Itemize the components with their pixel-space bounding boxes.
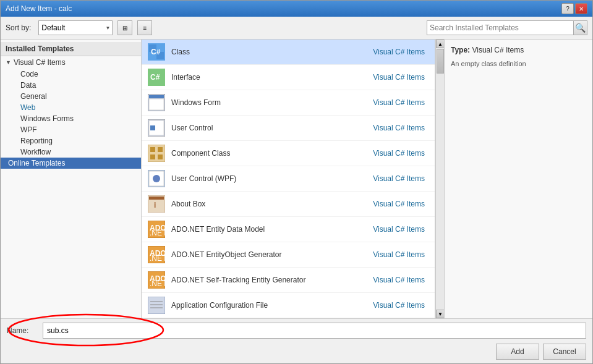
template-row[interactable]: User Control Visual C# Items bbox=[142, 116, 435, 141]
sidebar-item-code[interactable]: Code bbox=[1, 69, 141, 80]
template-row[interactable]: C# Class Visual C# Items bbox=[142, 40, 435, 65]
template-name: ADO.NET Self-Tracking Entity Generator bbox=[171, 276, 363, 284]
windows-form-icon bbox=[147, 93, 166, 112]
svg-rect-16 bbox=[158, 154, 163, 159]
template-category: Visual C# Items bbox=[363, 48, 425, 56]
scrollbar-thumb[interactable] bbox=[437, 49, 444, 74]
svg-rect-7 bbox=[149, 95, 164, 98]
svg-rect-21 bbox=[149, 197, 164, 200]
info-panel: Type: Visual C# Items An empty class def… bbox=[444, 40, 592, 318]
scrollbar-track[interactable] bbox=[436, 48, 444, 310]
template-category: Visual C# Items bbox=[363, 250, 425, 259]
svg-text:C#: C# bbox=[151, 48, 161, 56]
svg-text:.NET: .NET bbox=[150, 254, 165, 263]
svg-point-19 bbox=[153, 175, 160, 182]
sidebar-category-visual-csharp[interactable]: ▼ Visual C# Items bbox=[1, 56, 141, 69]
button-row: Add Cancel bbox=[7, 344, 586, 360]
search-input[interactable] bbox=[427, 23, 573, 32]
bottom-area: Name: Add Cancel bbox=[1, 318, 592, 363]
sidebar-item-wpf[interactable]: WPF bbox=[1, 124, 141, 135]
svg-text:.NET: .NET bbox=[150, 279, 165, 288]
template-name: ADO.NET Entity Data Model bbox=[171, 225, 363, 234]
svg-text:.NET: .NET bbox=[150, 229, 165, 237]
content-area: Installed Templates ▼ Visual C# Items Co… bbox=[1, 40, 592, 318]
svg-text:i: i bbox=[154, 201, 156, 210]
list-scrollbar: ▲ ▼ bbox=[435, 40, 444, 318]
scroll-up-button[interactable]: ▲ bbox=[436, 40, 445, 48]
search-icon[interactable]: 🔍 bbox=[573, 21, 587, 35]
template-row[interactable]: User Control (WPF) Visual C# Items bbox=[142, 166, 435, 192]
template-row[interactable]: i About Box Visual C# Items bbox=[142, 192, 435, 217]
search-box: 🔍 bbox=[427, 20, 587, 35]
sidebar-item-reporting[interactable]: Reporting bbox=[1, 135, 141, 146]
sort-select-wrapper: Default Name Type bbox=[38, 20, 113, 35]
help-button[interactable]: ? bbox=[561, 3, 574, 14]
type-label: Type: bbox=[451, 46, 470, 54]
list-container: C# Class Visual C# Items C# bbox=[142, 40, 592, 318]
svg-rect-32 bbox=[148, 297, 165, 314]
name-input-wrapper bbox=[43, 323, 586, 339]
view-icon-button[interactable]: ⊞ bbox=[117, 20, 132, 35]
template-name: ADO.NET EntityObject Generator bbox=[171, 250, 363, 259]
sort-select[interactable]: Default Name Type bbox=[38, 20, 113, 35]
template-row[interactable]: Component Class Visual C# Items bbox=[142, 141, 435, 166]
sidebar-item-data[interactable]: Data bbox=[1, 80, 141, 91]
title-bar: Add New Item - calc ? ✕ bbox=[1, 1, 592, 17]
template-name: Class bbox=[171, 48, 363, 56]
name-label: Name: bbox=[7, 326, 38, 335]
user-control-icon bbox=[147, 118, 166, 138]
template-name: Interface bbox=[171, 73, 363, 82]
sidebar-item-workflow[interactable]: Workflow bbox=[1, 146, 141, 158]
scroll-down-button[interactable]: ▼ bbox=[436, 310, 445, 318]
svg-rect-13 bbox=[150, 147, 155, 152]
template-category: Visual C# Items bbox=[363, 124, 425, 132]
adonet-entity-icon: ADO .NET bbox=[147, 219, 166, 239]
expand-icon: ▼ bbox=[6, 59, 11, 66]
app-config-icon bbox=[147, 295, 166, 315]
template-name: Application Configuration File bbox=[171, 301, 363, 310]
user-control-wpf-icon bbox=[147, 169, 166, 188]
template-name: Component Class bbox=[171, 149, 363, 158]
sidebar: Installed Templates ▼ Visual C# Items Co… bbox=[1, 40, 142, 318]
template-row[interactable]: ADO .NET ADO.NET EntityObject Generator … bbox=[142, 242, 435, 268]
template-list: C# Class Visual C# Items C# bbox=[142, 40, 435, 318]
template-row[interactable]: ADO .NET ADO.NET Entity Data Model Visua… bbox=[142, 217, 435, 242]
close-button[interactable]: ✕ bbox=[575, 3, 587, 14]
sidebar-header: Installed Templates bbox=[1, 42, 141, 56]
template-category: Visual C# Items bbox=[363, 301, 425, 310]
template-category: Visual C# Items bbox=[363, 225, 425, 234]
online-templates-label: Online Templates bbox=[8, 159, 66, 167]
sidebar-category-label: Visual C# Items bbox=[14, 58, 66, 67]
class-icon: C# bbox=[147, 42, 166, 62]
name-input[interactable] bbox=[43, 323, 586, 339]
template-category: Visual C# Items bbox=[363, 200, 425, 208]
template-category: Visual C# Items bbox=[363, 149, 425, 158]
template-row[interactable]: Application Configuration File Visual C#… bbox=[142, 293, 435, 318]
add-new-item-dialog: Add New Item - calc ? ✕ Sort by: Default… bbox=[0, 0, 593, 364]
sidebar-item-windows-forms[interactable]: Windows Forms bbox=[1, 113, 141, 124]
cancel-button[interactable]: Cancel bbox=[543, 344, 586, 360]
sidebar-item-general[interactable]: General bbox=[1, 91, 141, 102]
template-name: Windows Form bbox=[171, 98, 363, 107]
info-type: Type: Visual C# Items bbox=[451, 46, 586, 54]
template-name: About Box bbox=[171, 200, 363, 208]
template-row[interactable]: ADO .NET ADO.NET Self-Tracking Entity Ge… bbox=[142, 268, 435, 293]
svg-rect-11 bbox=[150, 125, 155, 130]
template-row[interactable]: C# Interface Visual C# Items bbox=[142, 65, 435, 90]
svg-rect-8 bbox=[149, 99, 164, 110]
template-category: Visual C# Items bbox=[363, 73, 425, 82]
interface-icon: C# bbox=[147, 67, 166, 87]
type-value: Visual C# Items bbox=[472, 46, 524, 54]
adonet-entityobj-icon: ADO .NET bbox=[147, 245, 166, 265]
template-row[interactable]: Windows Form Visual C# Items bbox=[142, 90, 435, 116]
svg-text:C#: C# bbox=[150, 73, 160, 82]
sort-label: Sort by: bbox=[6, 23, 31, 32]
template-name: User Control (WPF) bbox=[171, 174, 363, 183]
template-category: Visual C# Items bbox=[363, 98, 425, 107]
add-button[interactable]: Add bbox=[496, 344, 539, 360]
sidebar-item-online-templates[interactable]: Online Templates bbox=[1, 158, 141, 169]
view-list-button[interactable]: ≡ bbox=[137, 20, 152, 35]
sidebar-item-web[interactable]: Web bbox=[1, 102, 141, 113]
toolbar: Sort by: Default Name Type ⊞ ≡ 🔍 bbox=[1, 17, 592, 40]
info-description: An empty class definition bbox=[451, 59, 586, 69]
